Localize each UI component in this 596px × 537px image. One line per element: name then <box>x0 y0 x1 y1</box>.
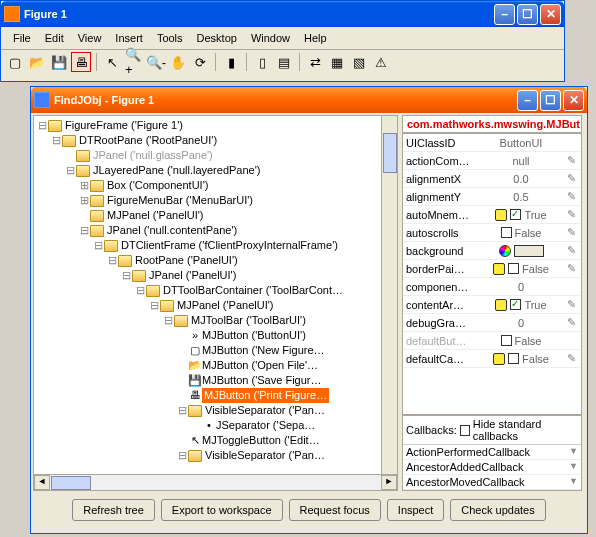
property-value[interactable]: 0.0 <box>475 173 567 185</box>
property-row[interactable]: background✎ <box>403 242 581 260</box>
tree-node[interactable]: ⊟JPanel ('PanelUI') <box>36 268 395 283</box>
tree-node[interactable]: ⊟MJToolBar ('ToolBarUI') <box>36 313 395 328</box>
property-row[interactable]: defaultCa…False✎ <box>403 350 581 368</box>
menu-desktop[interactable]: Desktop <box>191 30 243 46</box>
tree-node[interactable]: MJPanel ('PanelUI') <box>36 208 395 223</box>
property-value[interactable]: True <box>475 299 567 311</box>
checkbox[interactable] <box>508 263 519 274</box>
request-focus-button[interactable]: Request focus <box>289 499 381 521</box>
property-value[interactable]: False <box>475 227 567 239</box>
menu-file[interactable]: File <box>7 30 37 46</box>
tree-twisty[interactable]: ⊟ <box>148 298 160 313</box>
inspect-button[interactable]: Inspect <box>387 499 444 521</box>
tree-twisty[interactable]: ⊟ <box>106 253 118 268</box>
minimize-button[interactable]: – <box>494 4 515 25</box>
property-row[interactable]: alignmentX0.0✎ <box>403 170 581 188</box>
tree-twisty[interactable]: ⊟ <box>162 313 174 328</box>
tree-node[interactable]: 🖶MJButton ('Print Figure… <box>36 388 395 403</box>
edit-icon[interactable]: ✎ <box>567 208 581 221</box>
property-value[interactable]: False <box>475 263 567 275</box>
tree-vscrollbar[interactable] <box>381 116 397 474</box>
maximize-button[interactable]: ☐ <box>540 90 561 111</box>
property-value[interactable]: ButtonUI <box>475 137 567 149</box>
menu-tools[interactable]: Tools <box>151 30 189 46</box>
tree-twisty[interactable]: ⊟ <box>36 118 48 133</box>
tree-pane[interactable]: ⊟FigureFrame ('Figure 1')⊟DTRootPane ('R… <box>33 115 398 491</box>
menu-view[interactable]: View <box>72 30 108 46</box>
property-row[interactable]: autoscrollsFalse✎ <box>403 224 581 242</box>
tree-node[interactable]: ⊟MJPanel ('PanelUI') <box>36 298 395 313</box>
tree-twisty[interactable]: ⊟ <box>50 133 62 148</box>
property-value[interactable]: False <box>475 353 567 365</box>
close-button[interactable]: ✕ <box>540 4 561 25</box>
edit-icon[interactable]: ✎ <box>567 154 581 167</box>
property-value[interactable]: 0.5 <box>475 191 567 203</box>
link-icon[interactable]: ⇄ <box>305 52 325 72</box>
tree-node[interactable]: ⊟FigureFrame ('Figure 1') <box>36 118 395 133</box>
edit-icon[interactable]: ✎ <box>567 298 581 311</box>
new-figure-icon[interactable]: ▢ <box>5 52 25 72</box>
print-icon[interactable]: 🖶 <box>71 52 91 72</box>
callback-row[interactable]: ActionPerformedCallback▼ <box>403 445 581 460</box>
property-value[interactable]: False <box>475 335 567 347</box>
tree-twisty[interactable]: ⊟ <box>78 223 90 238</box>
tree-node[interactable]: 📂MJButton ('Open File'… <box>36 358 395 373</box>
colorbar-icon[interactable]: ▯ <box>252 52 272 72</box>
property-value[interactable]: 0 <box>475 317 567 329</box>
property-value[interactable]: null <box>475 155 567 167</box>
chevron-down-icon[interactable]: ▼ <box>569 461 578 473</box>
property-value[interactable]: 0 <box>475 281 567 293</box>
tree-twisty[interactable]: ⊟ <box>92 238 104 253</box>
menu-edit[interactable]: Edit <box>39 30 70 46</box>
edit-icon[interactable]: ✎ <box>567 244 581 257</box>
property-row[interactable]: contentAr…True✎ <box>403 296 581 314</box>
tree-node[interactable]: ▢MJButton ('New Figure… <box>36 343 395 358</box>
property-row[interactable]: alignmentY0.5✎ <box>403 188 581 206</box>
zoom-out-icon[interactable]: 🔍- <box>146 52 166 72</box>
edit-icon[interactable]: ✎ <box>567 316 581 329</box>
findjobj-titlebar[interactable]: FindJObj - Figure 1 – ☐ ✕ <box>31 87 587 113</box>
class-header[interactable]: com.mathworks.mwswing.MJBut… ▼ <box>402 115 582 133</box>
tree-node[interactable]: ⊟DTClientFrame ('fClientProxyInternalFra… <box>36 238 395 253</box>
tree-node[interactable]: ⊞Box ('ComponentUI') <box>36 178 395 193</box>
tree-node[interactable]: ⊟VisibleSeparator ('Pan… <box>36 448 395 463</box>
zoom-in-icon[interactable]: 🔍+ <box>124 52 144 72</box>
tree-twisty[interactable]: ⊟ <box>134 283 146 298</box>
property-table[interactable]: UIClassIDButtonUIactionCom…null✎alignmen… <box>402 133 582 415</box>
tree-node[interactable]: »MJButton ('ButtonUI') <box>36 328 395 343</box>
checkbox[interactable] <box>510 209 521 220</box>
property-row[interactable]: UIClassIDButtonUI <box>403 134 581 152</box>
data-cursor-icon[interactable]: ▮ <box>221 52 241 72</box>
tree-node[interactable]: •JSeparator ('Sepa… <box>36 418 395 433</box>
property-row[interactable]: borderPai…False✎ <box>403 260 581 278</box>
tree-node[interactable]: ⊟DTToolBarContainer ('ToolBarCont… <box>36 283 395 298</box>
property-row[interactable]: actionCom…null✎ <box>403 152 581 170</box>
menu-window[interactable]: Window <box>245 30 296 46</box>
checkbox[interactable] <box>501 335 512 346</box>
edit-icon[interactable]: ✎ <box>567 172 581 185</box>
maximize-button[interactable]: ☐ <box>517 4 538 25</box>
save-icon[interactable]: 💾 <box>49 52 69 72</box>
property-value[interactable] <box>475 245 567 257</box>
tree-node[interactable]: ⊟JLayeredPane ('null.layeredPane') <box>36 163 395 178</box>
close-button[interactable]: ✕ <box>563 90 584 111</box>
tree-hscrollbar[interactable]: ◄► <box>34 474 397 490</box>
tree-node[interactable]: ⊟RootPane ('PanelUI') <box>36 253 395 268</box>
edit-icon[interactable]: ✎ <box>567 352 581 365</box>
tree-twisty[interactable]: ⊟ <box>120 268 132 283</box>
minimize-button[interactable]: – <box>517 90 538 111</box>
edit-icon[interactable]: ✎ <box>567 190 581 203</box>
tree-twisty[interactable]: ⊞ <box>78 178 90 193</box>
color-swatch[interactable] <box>514 245 544 257</box>
tree-twisty[interactable]: ⊞ <box>78 193 90 208</box>
warning-icon[interactable]: ⚠ <box>371 52 391 72</box>
property-row[interactable]: autoMnem…True✎ <box>403 206 581 224</box>
check-updates-button[interactable]: Check updates <box>450 499 545 521</box>
tree-node[interactable]: ⊟JPanel ('null.contentPane') <box>36 223 395 238</box>
tree-twisty[interactable]: ⊟ <box>176 403 188 418</box>
tree-node[interactable]: ↖MJToggleButton ('Edit… <box>36 433 395 448</box>
checkbox[interactable] <box>510 299 521 310</box>
plot-tools-icon[interactable]: ▦ <box>327 52 347 72</box>
export-to-workspace-button[interactable]: Export to workspace <box>161 499 283 521</box>
property-value[interactable]: True <box>475 209 567 221</box>
